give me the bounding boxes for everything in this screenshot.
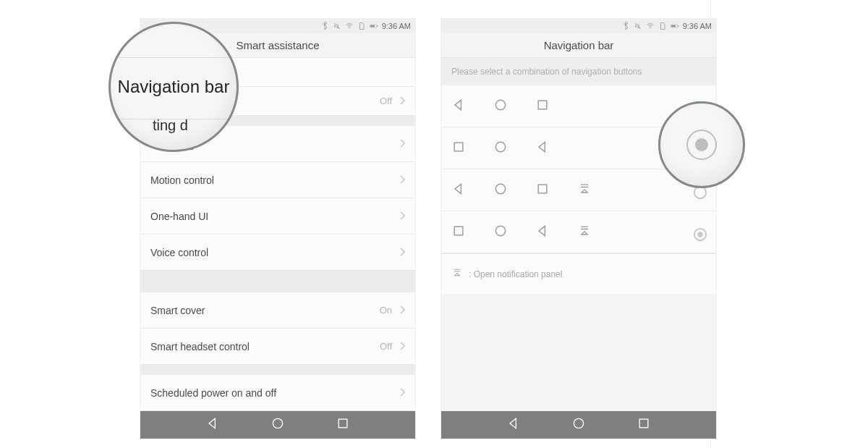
mute-icon	[333, 22, 341, 30]
magnifier-callout	[658, 101, 745, 188]
system-nav-bar	[140, 411, 415, 439]
radio-enlarged-icon	[686, 130, 717, 160]
svg-rect-2	[377, 25, 378, 27]
svg-point-20	[495, 226, 505, 235]
svg-rect-24	[639, 419, 648, 428]
svg-rect-11	[538, 101, 547, 109]
recent-icon	[535, 98, 550, 115]
row-label: One-hand UI	[150, 211, 399, 222]
chevron-right-icon	[399, 304, 405, 317]
battery-icon	[671, 22, 679, 30]
bluetooth-icon	[621, 22, 630, 30]
row-label: Voice control	[150, 247, 399, 258]
svg-rect-5	[339, 419, 347, 428]
status-time: 9:36 AM	[382, 22, 411, 30]
settings-row-scheduled-power[interactable]: Scheduled power on and off	[140, 375, 415, 411]
svg-rect-9	[671, 25, 676, 27]
row-value: Off	[380, 96, 392, 106]
hint-text: : Open notification panel	[469, 269, 562, 279]
settings-row-voice-control[interactable]: Voice control	[140, 234, 415, 271]
settings-row-smart-cover[interactable]: Smart cover On	[140, 292, 415, 329]
magnified-fragment: ting d	[153, 117, 188, 134]
recent-icon	[451, 224, 466, 241]
back-icon	[451, 98, 466, 115]
row-value: On	[380, 305, 392, 316]
row-label: Motion control	[150, 174, 399, 186]
row-label: Smart cover	[150, 305, 380, 316]
mute-icon	[634, 22, 642, 30]
back-icon	[451, 182, 466, 199]
recent-icon[interactable]	[336, 416, 350, 434]
row-label: Scheduled power on and off	[150, 387, 399, 399]
back-icon	[535, 224, 550, 241]
magnifier-callout: Navigation bar ting d	[109, 22, 239, 152]
svg-rect-19	[454, 227, 463, 235]
svg-point-6	[650, 28, 650, 28]
home-icon	[493, 224, 508, 241]
back-icon[interactable]	[205, 416, 220, 434]
wifi-icon	[646, 22, 655, 30]
row-label: Smart headset control	[150, 341, 380, 352]
svg-point-10	[495, 100, 505, 109]
chevron-right-icon	[399, 210, 405, 223]
settings-row-smart-headset[interactable]: Smart headset control Off	[140, 329, 415, 365]
notification-pull-icon	[577, 224, 592, 241]
svg-point-14	[495, 142, 505, 151]
magnified-label: Navigation bar	[118, 77, 230, 97]
settings-row-one-hand-ui[interactable]: One-hand UI	[140, 198, 415, 234]
chevron-right-icon	[399, 138, 405, 151]
wifi-icon	[345, 22, 354, 30]
home-icon	[493, 98, 508, 115]
svg-point-23	[574, 418, 583, 428]
status-bar: 9:36 AM	[441, 19, 716, 33]
back-icon	[535, 140, 550, 157]
notification-pull-icon	[451, 267, 463, 281]
home-icon[interactable]	[271, 416, 285, 434]
battery-icon	[370, 22, 378, 30]
page-title: Navigation bar	[441, 33, 716, 58]
svg-rect-13	[454, 143, 463, 151]
home-icon[interactable]	[571, 416, 586, 434]
bluetooth-icon	[320, 22, 329, 30]
svg-point-0	[349, 28, 349, 28]
recent-icon[interactable]	[637, 416, 651, 434]
system-nav-bar	[441, 411, 716, 439]
chevron-right-icon	[399, 246, 405, 259]
status-time: 9:36 AM	[683, 22, 712, 30]
recent-icon	[451, 140, 466, 157]
sim-icon	[658, 22, 667, 30]
svg-point-22	[697, 232, 703, 237]
chevron-right-icon	[399, 95, 405, 108]
row-value: Off	[380, 341, 392, 352]
svg-rect-17	[538, 185, 547, 193]
settings-row-motion-control[interactable]: Motion control	[140, 162, 415, 198]
svg-rect-8	[678, 25, 678, 27]
home-icon	[493, 182, 508, 199]
svg-point-16	[495, 184, 505, 193]
svg-point-4	[273, 418, 282, 428]
phone-navigation-bar: 9:36 AM Navigation bar Please select a c…	[441, 19, 716, 439]
recent-icon	[535, 182, 550, 199]
back-icon[interactable]	[506, 416, 521, 434]
sim-icon	[357, 22, 366, 30]
nav-combo-option-4[interactable]	[441, 211, 716, 253]
chevron-right-icon	[399, 340, 405, 353]
chevron-right-icon	[399, 174, 405, 187]
svg-rect-3	[370, 25, 375, 27]
hint-row: : Open notification panel	[441, 253, 716, 294]
home-icon	[493, 140, 508, 157]
chevron-right-icon	[399, 386, 405, 400]
radio-unselected-icon	[693, 227, 703, 237]
section-subtitle: Please select a combination of navigatio…	[441, 58, 716, 85]
notification-pull-icon	[577, 182, 592, 199]
